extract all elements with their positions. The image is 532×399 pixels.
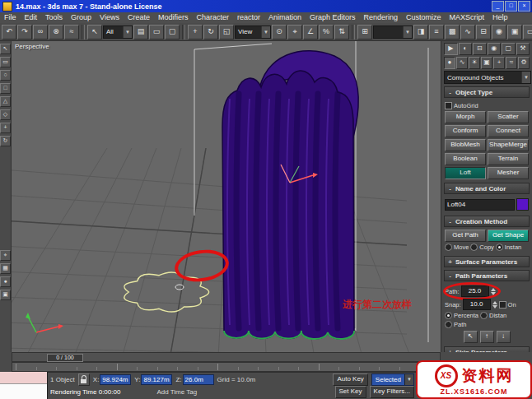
move-radio[interactable] [445,244,452,251]
reference-coordinate-dropdown[interactable]: View ▼ [235,26,271,39]
snap-toggle-icon[interactable]: ⌖ [287,25,302,39]
select-tool-icon[interactable]: ↖ [0,44,11,54]
maxscript-mini-listener[interactable] [0,372,48,399]
angle-snap-icon[interactable]: ∠ [303,25,318,39]
set-key-button[interactable]: Set Key [335,386,366,398]
add-tool-icon[interactable]: + [0,123,11,133]
window-crossing-icon[interactable]: ▢ [165,25,180,39]
snap-value-field[interactable]: 10.0 [463,299,491,310]
menu-character[interactable]: Character [192,12,233,23]
viewport-label[interactable]: Perspective [15,43,49,50]
path-steps-radio[interactable] [445,321,452,328]
menu-maxscript[interactable]: MAXScript [446,12,489,23]
time-slider-handle[interactable]: 0 / 100 [47,354,83,362]
named-selection-dropdown[interactable]: ▼ [373,26,413,39]
unlink-selection-icon[interactable]: ⊗ [49,25,63,39]
copy-radio[interactable] [470,244,478,251]
instance-radio[interactable] [496,244,503,251]
x-value[interactable]: 98.924m [100,374,131,385]
pick-shape-icon[interactable]: ↖ [464,331,478,343]
rotate-tool-icon[interactable]: ↻ [0,136,11,146]
macro-recorder-pane[interactable] [0,372,47,384]
dot-tool-icon[interactable]: ● [0,276,11,287]
bind-to-spacewarp-icon[interactable]: ≈ [64,25,79,39]
spinner-snap-icon[interactable]: ⇅ [334,25,349,39]
select-and-scale-icon[interactable]: ◱ [219,25,234,39]
subtab-lights-icon[interactable]: ☀ [469,57,480,69]
target-tool-icon[interactable]: ⌖ [0,250,11,261]
z-coordinate[interactable]: Z: 26.0m [175,374,213,385]
object-color-swatch[interactable] [516,198,529,211]
distance-radio[interactable] [480,312,488,319]
redo-icon[interactable]: ↷ [17,25,32,39]
object-type-boolean[interactable]: Boolean [445,153,486,165]
schematic-view-icon[interactable]: ⊟ [476,25,491,39]
auto-key-button[interactable]: Auto Key [333,373,367,386]
square-tool-icon[interactable]: □ [0,83,11,94]
menu-file[interactable]: File [0,12,21,23]
grid-tool-icon[interactable]: ▦ [0,263,11,274]
subtab-systems-icon[interactable]: ⚙ [518,57,530,69]
tab-create-icon[interactable]: ▶ [444,43,458,55]
align-icon[interactable]: ≡ [429,25,444,39]
tab-display-icon[interactable]: ▢ [502,43,516,55]
minimize-button[interactable]: _ [492,1,504,12]
menu-reactor[interactable]: reactor [233,12,264,23]
object-type-blobmesh[interactable]: BlobMesh [445,139,486,151]
rollout-header-creation-method[interactable]: - Creation Method [444,216,530,227]
select-and-rotate-icon[interactable]: ↻ [203,25,218,39]
menu-rendering[interactable]: Rendering [360,12,403,23]
mirror-icon[interactable]: ◨ [413,25,428,39]
tab-motion-icon[interactable]: ◉ [488,43,502,55]
get-shape-button[interactable]: Get Shape [488,230,529,242]
menu-tools[interactable]: Tools [41,12,67,23]
autogrid-checkbox[interactable] [445,102,452,109]
region-tool-icon[interactable]: ▭ [0,57,11,67]
viewport[interactable]: Perspective 进行第二次放样 [12,41,441,352]
menu-customize[interactable]: Customize [402,12,446,23]
subtab-helpers-icon[interactable]: + [493,57,505,69]
rollout-header-path-parameters[interactable]: - Path Parameters [444,270,530,281]
object-type-connect[interactable]: Connect [488,125,529,137]
selection-filter-dropdown[interactable]: All ▼ [103,26,133,39]
y-value[interactable]: 89.127m [141,374,172,385]
selection-lock-icon[interactable] [78,373,90,386]
track-bar[interactable] [12,362,441,372]
object-type-loft[interactable]: Loft [445,167,486,179]
title-bar[interactable]: 14.max - 3ds max 7 - Stand-alone License… [0,0,532,12]
material-editor-icon[interactable]: ◉ [492,25,506,39]
rollout-header-name-color[interactable]: - Name and Color [444,183,530,194]
get-path-button[interactable]: Get Path [445,230,486,242]
object-type-shapemerge[interactable]: ShapeMerge [488,139,529,151]
object-type-mesher[interactable]: Mesher [488,167,529,179]
menu-graph-editors[interactable]: Graph Editors [306,12,360,23]
menu-create[interactable]: Create [124,12,154,23]
subtab-geometry-icon[interactable]: ● [444,57,455,69]
circle-tool-icon[interactable]: ○ [0,70,11,81]
z-value[interactable]: 26.0m [183,374,214,385]
diamond-tool-icon[interactable]: ◇ [0,109,11,120]
object-type-morph[interactable]: Morph [445,111,486,123]
rollout-header-surface-parameters[interactable]: + Surface Parameters [444,256,530,267]
menu-views[interactable]: Views [96,12,124,23]
rollout-header-object-type[interactable]: - Object Type [444,86,530,98]
path-value-field[interactable]: 25.0 [461,285,489,297]
edit-named-selections-icon[interactable]: ⊞ [357,25,372,39]
previous-shape-icon[interactable]: ↑ [480,331,494,343]
render-type-icon[interactable]: ▭ [523,25,532,39]
percent-snap-icon[interactable]: % [319,25,334,39]
add-time-tag[interactable]: Add Time Tag [156,388,197,396]
menu-modifiers[interactable]: Modifiers [154,12,193,23]
menu-group[interactable]: Group [67,12,96,23]
listener-pane[interactable] [0,384,47,399]
box-tool-icon[interactable]: ▣ [0,290,11,300]
time-slider[interactable]: 0 / 100 [12,352,441,362]
y-coordinate[interactable]: Y: 89.127m [134,374,172,385]
use-center-icon[interactable]: ⊙ [272,25,287,39]
maximize-button[interactable]: □ [505,1,517,12]
subtab-spacewarps-icon[interactable]: ≈ [506,57,517,69]
selection-set-dropdown[interactable]: Selected ▼ [371,373,414,386]
tab-modify-icon[interactable]: ◐ [459,43,473,55]
select-and-link-icon[interactable]: ∞ [33,25,48,39]
tab-utilities-icon[interactable]: ⚒ [516,43,530,55]
